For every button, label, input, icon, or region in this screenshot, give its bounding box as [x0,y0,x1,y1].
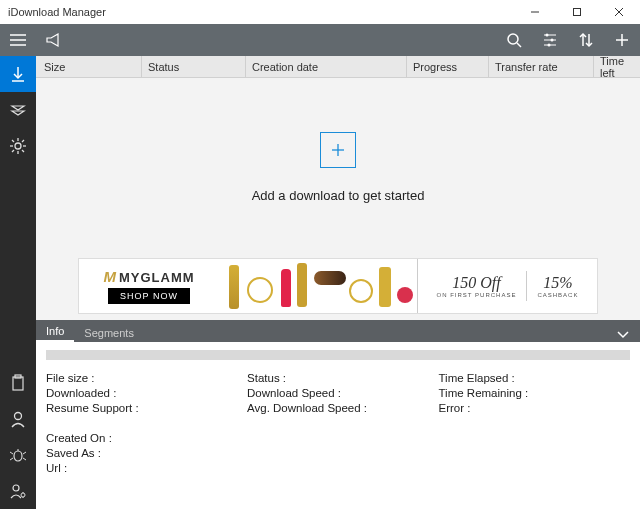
add-download-box[interactable] [320,132,356,168]
col-rate[interactable]: Transfer rate [489,56,594,77]
close-button[interactable] [598,0,640,24]
hamburger-menu-button[interactable] [0,24,36,56]
svg-marker-23 [12,111,24,115]
search-button[interactable] [496,24,532,56]
svg-line-29 [12,140,14,142]
collapse-details-button[interactable] [616,330,640,342]
minimize-button[interactable] [514,0,556,24]
label-file-size: File size : [46,372,247,384]
svg-point-13 [546,34,549,37]
list-settings-button[interactable] [532,24,568,56]
svg-point-14 [551,39,554,42]
svg-line-9 [517,43,521,47]
svg-rect-33 [13,377,23,390]
tab-segments[interactable]: Segments [74,324,144,342]
sidebar-downloads[interactable] [0,56,36,92]
label-downloaded: Downloaded : [46,387,247,399]
ad-offer1: 150 Off [437,274,517,292]
ad-banner[interactable]: MMYGLAMM SHOP NOW 150 Off [78,258,598,314]
svg-point-36 [14,451,22,461]
svg-line-38 [10,452,13,454]
svg-line-32 [22,140,24,142]
sidebar-user[interactable] [0,401,36,437]
svg-point-24 [15,143,21,149]
main-panel: Size Status Creation date Progress Trans… [36,56,640,509]
sidebar-settings[interactable] [0,128,36,164]
empty-message: Add a download to get started [252,188,425,203]
sidebar-debug[interactable] [0,437,36,473]
ad-offer2: 15% [537,274,578,292]
svg-point-42 [13,485,19,491]
detail-progress-bar [46,350,630,360]
svg-marker-7 [47,34,58,46]
svg-rect-1 [574,9,581,16]
ad-cta[interactable]: SHOP NOW [108,288,190,304]
details-tabs: Info Segments [36,320,640,342]
announce-icon[interactable] [36,24,72,56]
label-elapsed: Time Elapsed : [439,372,630,384]
label-dspeed: Download Speed : [247,387,438,399]
ad-banner-wrap: MMYGLAMM SHOP NOW 150 Off [36,256,640,320]
window-title: iDownload Manager [8,6,106,18]
svg-line-30 [22,150,24,152]
label-url: Url : [46,462,247,474]
col-status[interactable]: Status [142,56,246,77]
svg-line-40 [10,458,13,460]
col-size[interactable]: Size [38,56,142,77]
svg-point-35 [15,413,22,420]
label-remaining: Time Remaining : [439,387,630,399]
sidebar-user-settings[interactable] [0,473,36,509]
svg-point-15 [548,44,551,47]
svg-point-43 [21,493,25,497]
column-headers: Size Status Creation date Progress Trans… [36,56,640,78]
label-created: Created On : [46,432,247,444]
sort-button[interactable] [568,24,604,56]
titlebar: iDownload Manager [0,0,640,24]
label-saved: Saved As : [46,447,247,459]
maximize-button[interactable] [556,0,598,24]
ad-products [219,259,417,313]
ad-brand: MMYGLAMM [103,268,194,285]
label-resume: Resume Support : [46,402,247,414]
col-timeleft[interactable]: Time left [594,56,640,77]
svg-point-8 [508,34,518,44]
sidebar-queue[interactable] [0,92,36,128]
col-creation[interactable]: Creation date [246,56,407,77]
svg-marker-22 [12,106,24,110]
tab-info[interactable]: Info [36,322,74,342]
label-status: Status : [247,372,438,384]
details-panel: File size : Downloaded : Resume Support … [36,342,640,509]
sidebar-clipboard[interactable] [0,365,36,401]
add-button[interactable] [604,24,640,56]
svg-line-39 [23,452,26,454]
svg-line-41 [23,458,26,460]
label-avgspeed: Avg. Download Speed : [247,402,438,414]
sidebar [0,56,36,509]
svg-line-31 [12,150,14,152]
col-progress[interactable]: Progress [407,56,489,77]
app-toolbar [0,24,640,56]
empty-state: Add a download to get started [36,78,640,256]
label-error: Error : [439,402,630,414]
